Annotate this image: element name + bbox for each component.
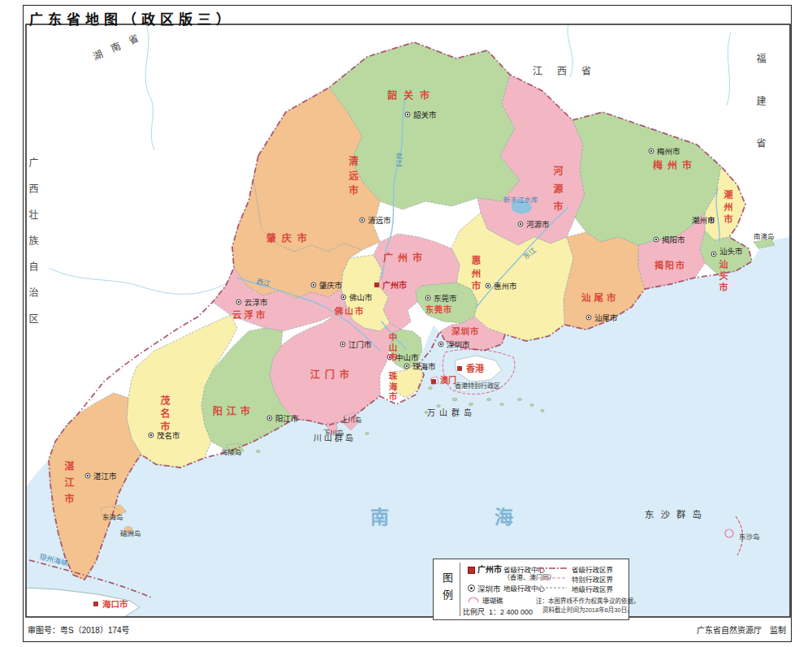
legend-divider [460,563,460,616]
publisher: 广东省自然资源厅 监制 [697,623,786,636]
legend-scale-value: 1：2 400 000 [489,609,533,616]
legend-note-line2: 资料截止时间为2018年6月30日。 [542,607,633,614]
city-marker-hongkong [457,366,461,370]
city-marker-haikou [93,602,97,606]
legend-title: 图例 [442,572,452,606]
legend-capital-name: 广州市 [477,566,502,574]
legend-box: 图例 广州市 省级行政中心 （香港、澳门同） 深圳市 地级行政中心 珊瑚礁 比例… [433,559,629,620]
city-marker-zhongshan [387,355,392,360]
islet [124,527,132,533]
approval-number: 审图号：粤S（2018）174号 [28,623,130,636]
city-marker-zhanjiang [85,473,90,478]
legend-border3-label: 地级行政区界 [572,586,613,593]
legend-coral-label: 珊瑚礁 [482,597,503,605]
city-marker-zhaoqing [311,283,316,287]
islet [460,388,469,391]
coral-reef-icon [468,597,479,603]
city-marker-foshan [341,295,346,300]
map-sheet: 广东省地图（政区版三） [0,0,812,647]
city-marker-shaoguan [405,112,410,117]
legend-note-line1: 注：本图界线不作为权属争议的依据， [536,598,640,605]
city-marker-shantou [711,252,716,257]
legend-prefecture-name: 深圳市 [477,585,501,593]
legend-border2-label: 特别行政区界 [572,576,613,584]
city-marker-zhuhai [404,364,409,369]
city-marker-yangjiang [267,416,272,421]
legend-border1-label: 省级行政区界 [572,567,613,574]
city-marker-qingyuan [360,218,365,222]
city-marker-jieyang [654,237,659,242]
prefecture-marker-icon [468,584,475,592]
city-marker-dongguan [425,295,430,300]
city-marker-shenzhen [438,342,443,347]
city-marker-heyuan [518,222,523,226]
city-marker-yunfu [236,300,241,304]
city-marker-guangzhou [374,283,378,287]
city-marker-maoming [149,433,153,438]
province-border-sample [538,566,567,571]
map-canvas [0,0,812,647]
city-marker-jiangmen [340,342,345,347]
city-marker-chaozhou [709,218,714,222]
legend-scale-label: 比例尺 [463,609,485,616]
sar-border-sample [538,576,567,580]
city-marker-meizhou [649,149,654,153]
city-marker-huizhou [486,283,490,288]
city-marker-shanwei [586,315,591,320]
capital-marker-icon [468,567,475,574]
city-marker-macau [431,379,435,383]
map-title: 广东省地图（政区版三） [29,8,235,28]
prefecture-border-sample [538,585,567,590]
